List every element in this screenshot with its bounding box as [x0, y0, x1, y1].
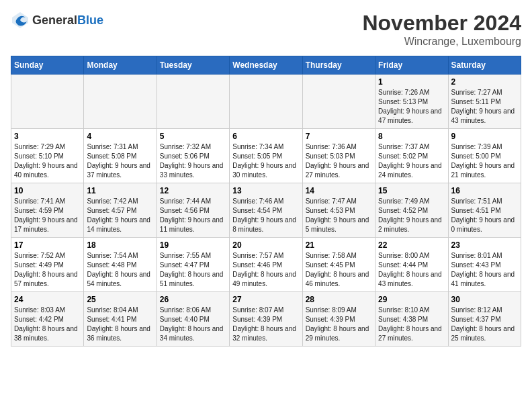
day-number: 21 [306, 240, 372, 250]
calendar-cell: 21Sunrise: 7:58 AM Sunset: 4:45 PM Dayli… [302, 238, 375, 292]
day-number: 24 [14, 295, 81, 304]
day-number: 11 [87, 186, 153, 195]
days-header-row: Sunday Monday Tuesday Wednesday Thursday… [11, 56, 521, 75]
calendar-cell: 22Sunrise: 8:00 AM Sunset: 4:44 PM Dayli… [375, 238, 448, 292]
day-number: 16 [451, 186, 518, 195]
day-number: 4 [87, 132, 153, 141]
logo-icon [11, 11, 30, 30]
calendar-week-2: 3Sunrise: 7:29 AM Sunset: 5:10 PM Daylig… [11, 129, 521, 183]
day-number: 13 [232, 186, 299, 195]
calendar-cell: 4Sunrise: 7:31 AM Sunset: 5:08 PM Daylig… [84, 129, 157, 183]
day-number: 18 [87, 240, 153, 250]
calendar-cell: 5Sunrise: 7:32 AM Sunset: 5:06 PM Daylig… [157, 129, 229, 183]
calendar-cell: 30Sunrise: 8:12 AM Sunset: 4:37 PM Dayli… [448, 292, 521, 347]
logo-general: General [32, 13, 77, 27]
day-number: 26 [160, 295, 226, 304]
calendar-cell: 14Sunrise: 7:47 AM Sunset: 4:53 PM Dayli… [302, 183, 375, 238]
calendar-cell: 10Sunrise: 7:41 AM Sunset: 4:59 PM Dayli… [11, 183, 84, 238]
calendar-week-1: 1Sunrise: 7:26 AM Sunset: 5:13 PM Daylig… [11, 75, 521, 129]
day-info: Sunrise: 7:47 AM Sunset: 4:53 PM Dayligh… [306, 197, 372, 234]
day-info: Sunrise: 7:41 AM Sunset: 4:59 PM Dayligh… [14, 197, 81, 234]
header-tuesday: Tuesday [157, 56, 229, 75]
day-number: 6 [232, 132, 299, 141]
day-info: Sunrise: 7:55 AM Sunset: 4:47 PM Dayligh… [160, 251, 226, 289]
day-number: 27 [232, 295, 299, 304]
day-info: Sunrise: 8:09 AM Sunset: 4:39 PM Dayligh… [306, 306, 372, 343]
day-number: 22 [378, 240, 445, 250]
calendar-cell: 25Sunrise: 8:04 AM Sunset: 4:41 PM Dayli… [84, 292, 157, 347]
logo-blue: Blue [77, 13, 103, 27]
day-info: Sunrise: 7:57 AM Sunset: 4:46 PM Dayligh… [232, 251, 299, 289]
calendar-table: Sunday Monday Tuesday Wednesday Thursday… [11, 56, 521, 347]
calendar-cell: 24Sunrise: 8:03 AM Sunset: 4:42 PM Dayli… [11, 292, 84, 347]
title-area: November 2024 Wincrange, Luxembourg [362, 11, 521, 48]
calendar-week-4: 17Sunrise: 7:52 AM Sunset: 4:49 PM Dayli… [11, 238, 521, 292]
day-number: 7 [306, 132, 372, 141]
day-number: 20 [232, 240, 299, 250]
calendar-cell: 27Sunrise: 8:07 AM Sunset: 4:39 PM Dayli… [230, 292, 302, 347]
day-info: Sunrise: 7:58 AM Sunset: 4:45 PM Dayligh… [306, 251, 372, 289]
day-number: 23 [451, 240, 518, 250]
day-info: Sunrise: 7:52 AM Sunset: 4:49 PM Dayligh… [14, 251, 81, 289]
day-number: 14 [306, 186, 372, 195]
calendar-cell [302, 75, 375, 129]
day-info: Sunrise: 7:44 AM Sunset: 4:56 PM Dayligh… [160, 197, 226, 234]
calendar-cell: 3Sunrise: 7:29 AM Sunset: 5:10 PM Daylig… [11, 129, 84, 183]
day-info: Sunrise: 7:54 AM Sunset: 4:48 PM Dayligh… [87, 251, 153, 289]
day-info: Sunrise: 7:39 AM Sunset: 5:00 PM Dayligh… [451, 142, 518, 180]
day-info: Sunrise: 8:10 AM Sunset: 4:38 PM Dayligh… [378, 306, 445, 343]
day-number: 19 [160, 240, 226, 250]
day-info: Sunrise: 7:26 AM Sunset: 5:13 PM Dayligh… [378, 88, 445, 126]
header-sunday: Sunday [11, 56, 84, 75]
header-thursday: Thursday [302, 56, 375, 75]
day-number: 1 [378, 77, 445, 87]
header-saturday: Saturday [448, 56, 521, 75]
day-info: Sunrise: 8:07 AM Sunset: 4:39 PM Dayligh… [232, 306, 299, 343]
day-number: 30 [451, 295, 518, 304]
calendar-cell: 1Sunrise: 7:26 AM Sunset: 5:13 PM Daylig… [375, 75, 448, 129]
calendar-cell [157, 75, 229, 129]
header-friday: Friday [375, 56, 448, 75]
day-info: Sunrise: 7:49 AM Sunset: 4:52 PM Dayligh… [378, 197, 445, 234]
day-number: 15 [378, 186, 445, 195]
logo: GeneralBlue [11, 11, 103, 30]
calendar-cell [84, 75, 157, 129]
day-number: 5 [160, 132, 226, 141]
day-info: Sunrise: 7:36 AM Sunset: 5:03 PM Dayligh… [306, 142, 372, 180]
day-info: Sunrise: 8:12 AM Sunset: 4:37 PM Dayligh… [451, 306, 518, 343]
calendar-cell: 23Sunrise: 8:01 AM Sunset: 4:43 PM Dayli… [448, 238, 521, 292]
header: GeneralBlue November 2024 Wincrange, Lux… [11, 11, 521, 48]
calendar-cell: 6Sunrise: 7:34 AM Sunset: 5:05 PM Daylig… [230, 129, 302, 183]
day-info: Sunrise: 7:31 AM Sunset: 5:08 PM Dayligh… [87, 142, 153, 180]
day-info: Sunrise: 7:27 AM Sunset: 5:11 PM Dayligh… [451, 88, 518, 126]
day-info: Sunrise: 8:03 AM Sunset: 4:42 PM Dayligh… [14, 306, 81, 343]
logo-text: GeneralBlue [32, 13, 103, 28]
calendar-cell: 20Sunrise: 7:57 AM Sunset: 4:46 PM Dayli… [230, 238, 302, 292]
calendar-cell: 16Sunrise: 7:51 AM Sunset: 4:51 PM Dayli… [448, 183, 521, 238]
calendar-cell: 11Sunrise: 7:42 AM Sunset: 4:57 PM Dayli… [84, 183, 157, 238]
calendar-cell: 7Sunrise: 7:36 AM Sunset: 5:03 PM Daylig… [302, 129, 375, 183]
day-number: 28 [306, 295, 372, 304]
location-title: Wincrange, Luxembourg [362, 36, 521, 48]
calendar-cell: 9Sunrise: 7:39 AM Sunset: 5:00 PM Daylig… [448, 129, 521, 183]
day-info: Sunrise: 8:01 AM Sunset: 4:43 PM Dayligh… [451, 251, 518, 289]
day-info: Sunrise: 8:04 AM Sunset: 4:41 PM Dayligh… [87, 306, 153, 343]
day-number: 17 [14, 240, 81, 250]
calendar-cell: 26Sunrise: 8:06 AM Sunset: 4:40 PM Dayli… [157, 292, 229, 347]
day-number: 2 [451, 77, 518, 87]
day-number: 25 [87, 295, 153, 304]
day-number: 29 [378, 295, 445, 304]
day-number: 8 [378, 132, 445, 141]
calendar-cell: 29Sunrise: 8:10 AM Sunset: 4:38 PM Dayli… [375, 292, 448, 347]
header-wednesday: Wednesday [230, 56, 302, 75]
header-monday: Monday [84, 56, 157, 75]
day-number: 12 [160, 186, 226, 195]
calendar-cell [11, 75, 84, 129]
calendar-cell: 28Sunrise: 8:09 AM Sunset: 4:39 PM Dayli… [302, 292, 375, 347]
calendar-cell: 13Sunrise: 7:46 AM Sunset: 4:54 PM Dayli… [230, 183, 302, 238]
day-info: Sunrise: 7:37 AM Sunset: 5:02 PM Dayligh… [378, 142, 445, 180]
day-info: Sunrise: 7:46 AM Sunset: 4:54 PM Dayligh… [232, 197, 299, 234]
day-info: Sunrise: 7:29 AM Sunset: 5:10 PM Dayligh… [14, 142, 81, 180]
calendar-cell [230, 75, 302, 129]
day-info: Sunrise: 8:00 AM Sunset: 4:44 PM Dayligh… [378, 251, 445, 289]
